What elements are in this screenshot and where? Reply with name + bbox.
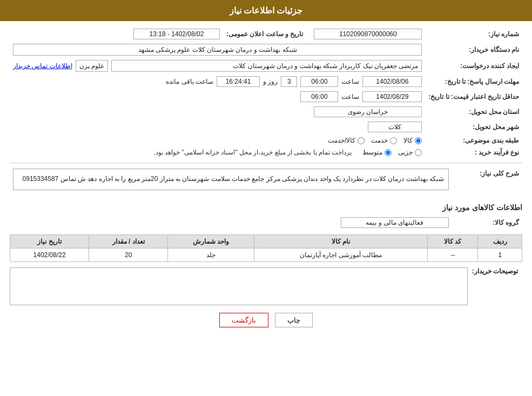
process-note: پرداخت تمام یا بخشی از مبلغ خرید،از محل … <box>153 149 352 156</box>
delivery-province-label: استان محل تحویل: <box>425 104 522 119</box>
description-text: شبکه بهداشت درمان کلات در نظردارد یک واح… <box>13 169 449 190</box>
process-label: نوع فرآیند خرید : <box>425 146 522 158</box>
send-days-value: 3 <box>281 76 297 87</box>
page-title: جزئیات اطلاعات نیاز <box>230 6 303 15</box>
description-label: شرح کلی نیاز: <box>452 166 522 198</box>
buyer-org-value: شبکه بهداشت و درمان شهرستان کلات علوم پز… <box>13 44 422 56</box>
price-date-value: 1402/08/29 <box>362 91 422 102</box>
send-deadline-label: مهلت ارسال پاسخ: تا تاریخ: <box>425 74 522 89</box>
category-option-goods[interactable]: کالا <box>403 137 422 144</box>
buyer-notes-label: توصیحات خریدار: <box>472 267 522 275</box>
cell-unit: جلد <box>168 248 254 261</box>
process-option-partial[interactable]: جزیی <box>398 149 422 156</box>
buyer-org-label: نام دستگاه خریدار: <box>425 42 522 58</box>
send-time-label: ساعت <box>341 78 359 85</box>
price-time-label: ساعت <box>341 93 359 100</box>
process-option-medium[interactable]: متوسط <box>362 149 392 156</box>
send-remaining-label: ساعت باقی مانده <box>166 78 213 85</box>
buyer-notes-input[interactable] <box>10 267 468 305</box>
goods-group-label: گروه کالا: <box>452 215 522 230</box>
requester-extra: علوم پزن <box>76 60 108 72</box>
category-option-both[interactable]: کالا/خدمت <box>328 137 365 144</box>
col-row-num: ردیف <box>478 234 522 248</box>
goods-section-title: اطلاعات کالاهای مورد نیاز <box>10 203 522 212</box>
col-product-name: نام کالا <box>254 234 428 248</box>
send-time-value: 06:00 <box>300 76 338 87</box>
category-option-service[interactable]: خدمت <box>371 137 397 144</box>
table-row: 1 -- مطالب آموزشی اجاره آپارتمان جلد 20 … <box>10 248 522 261</box>
cell-row-num: 1 <box>478 248 522 261</box>
announce-value: 1402/08/02 - 13:18 <box>133 29 220 39</box>
delivery-city-label: شهر محل تحویل: <box>425 119 522 135</box>
price-time-value: 06:00 <box>300 91 338 102</box>
delivery-province-value: خراسان رضوی <box>314 106 422 117</box>
cell-product-name: مطالب آموزشی اجاره آپارتمان <box>254 248 428 261</box>
requester-value: مرتضی جعفریان نیک کاربرداز شبکه بهداشت و… <box>111 60 422 72</box>
cell-need-date: 1402/08/22 <box>10 248 89 261</box>
col-quantity: تعداد / مقدار <box>89 234 168 248</box>
requester-contact-link[interactable]: اطلاعات تماس خریدار <box>13 62 72 70</box>
category-label: طبقه بندی موضوعی: <box>425 135 522 146</box>
send-days-label: روز و <box>263 78 278 85</box>
price-deadline-label: حداقل تاریخ اعتبار قیمت: تا تاریخ: <box>425 89 522 104</box>
col-product-code: کد کالا <box>427 234 478 248</box>
announce-label: تاریخ و ساعت اعلان عمومی: <box>223 26 306 42</box>
goods-group-value: فعالیتهای مالی و بیمه <box>341 217 449 228</box>
page-header: جزئیات اطلاعات نیاز <box>0 0 532 21</box>
requester-label: ایجاد کننده درخواست: <box>425 58 522 74</box>
back-button[interactable]: بازگشت <box>219 313 268 327</box>
send-remaining-value: 16:24:41 <box>217 76 260 87</box>
col-unit: واحد شمارش <box>168 234 254 248</box>
send-date-value: 1402/08/06 <box>362 76 422 87</box>
need-number-value: 1102090870000060 <box>314 29 422 39</box>
need-number-label: شماره نیاز: <box>425 26 522 42</box>
cell-quantity: 20 <box>89 248 168 261</box>
col-need-date: تاریخ نیاز <box>10 234 89 248</box>
delivery-city-value: کلات <box>368 122 422 132</box>
cell-product-code: -- <box>427 248 478 261</box>
print-button[interactable]: چاپ <box>275 313 313 327</box>
